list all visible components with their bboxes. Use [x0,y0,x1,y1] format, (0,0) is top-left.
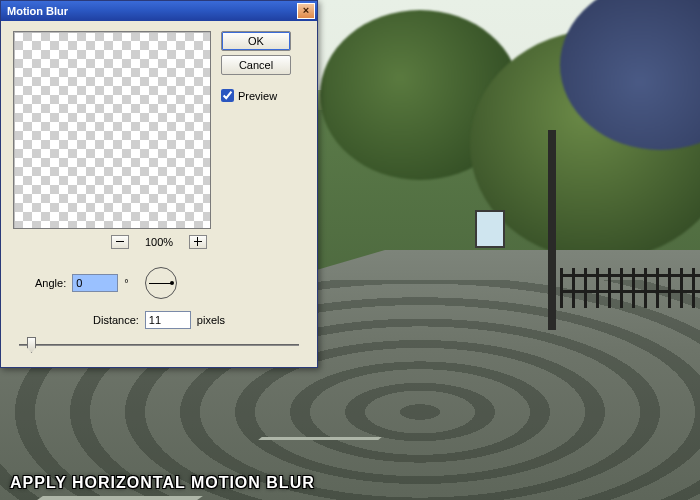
distance-label: Distance: [93,314,139,326]
cancel-button[interactable]: Cancel [221,55,291,75]
distance-unit: pixels [197,314,225,326]
preview-checkbox[interactable] [221,89,234,102]
dialog-body: OK Cancel Preview 100% Angle: 0 ° Distan… [1,21,317,367]
close-icon: × [303,4,309,16]
motion-blur-dialog: Motion Blur × OK Cancel Preview 100% Ang… [0,0,318,368]
zoom-level: 100% [145,236,173,248]
dialog-titlebar[interactable]: Motion Blur × [1,1,317,21]
distance-input[interactable]: 11 [145,311,191,329]
preview-checkbox-row[interactable]: Preview [221,89,291,102]
scene-sign [475,210,505,248]
preview-checkbox-label: Preview [238,90,277,102]
angle-label: Angle: [35,277,66,289]
minus-icon [116,241,124,242]
scene-fence [560,268,700,308]
angle-dial[interactable] [145,267,177,299]
slider-thumb[interactable] [27,337,36,353]
slider-track [19,344,299,346]
scene-lane [37,496,203,500]
close-button[interactable]: × [297,3,315,19]
ok-button[interactable]: OK [221,31,291,51]
tutorial-caption: APPLY HORIZONTAL MOTION BLUR [10,474,315,492]
distance-slider[interactable] [19,337,299,353]
angle-unit: ° [124,277,128,289]
scene-lane [258,437,382,440]
plus-icon [194,241,202,242]
angle-input[interactable]: 0 [72,274,118,292]
zoom-out-button[interactable] [111,235,129,249]
zoom-in-button[interactable] [189,235,207,249]
scene-pole [548,130,556,330]
dialog-title: Motion Blur [7,5,68,17]
effect-preview[interactable] [13,31,211,229]
